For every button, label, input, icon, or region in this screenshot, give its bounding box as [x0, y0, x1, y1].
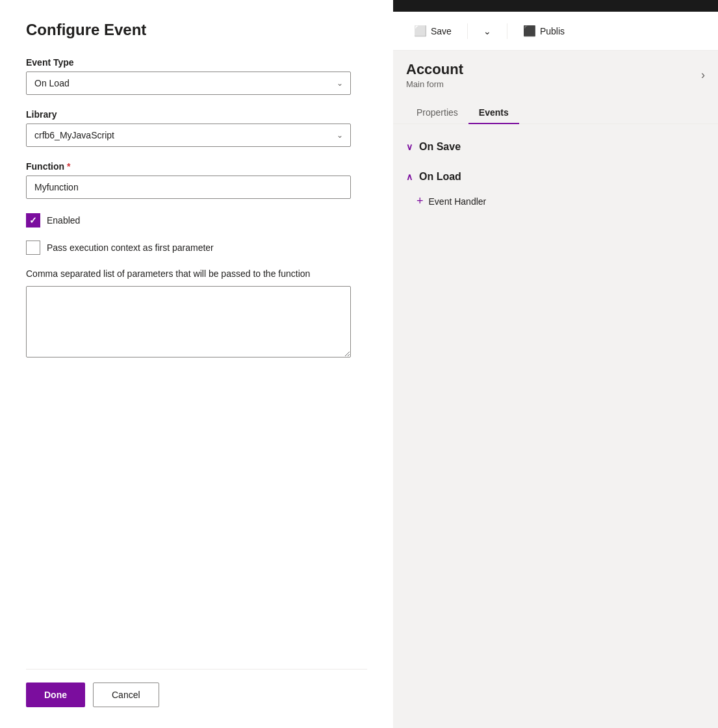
account-subtitle: Main form	[406, 79, 463, 89]
event-type-select[interactable]: On Load On Save On Change	[26, 72, 351, 95]
pass-context-label: Pass execution context as first paramete…	[47, 242, 214, 253]
on-save-title: On Save	[419, 141, 461, 153]
expand-chevron-icon[interactable]: ›	[701, 68, 705, 82]
configure-event-dialog: Configure Event Event Type On Load On Sa…	[0, 0, 393, 728]
dialog-title: Configure Event	[26, 21, 367, 39]
params-description: Comma separated list of parameters that …	[26, 268, 367, 281]
library-select[interactable]: crfb6_MyJavaScript	[26, 124, 351, 147]
function-label: Function *	[26, 161, 367, 172]
function-input[interactable]	[26, 176, 351, 199]
function-group: Function *	[26, 161, 367, 199]
required-indicator: *	[67, 161, 70, 172]
account-title-row: Account Main form ›	[406, 61, 705, 89]
publish-button[interactable]: ⬛ Publis	[515, 21, 572, 41]
event-type-group: Event Type On Load On Save On Change ⌄	[26, 57, 367, 95]
dropdown-chevron-icon: ⌄	[483, 26, 491, 36]
checkmark-icon: ✓	[29, 215, 37, 226]
on-load-header[interactable]: ∧ On Load	[406, 164, 705, 189]
on-load-collapse-icon: ∧	[406, 172, 413, 182]
params-group: Comma separated list of parameters that …	[26, 268, 367, 360]
add-event-handler-icon: +	[417, 194, 424, 208]
toolbar-divider-2	[507, 23, 507, 39]
tabs-container: Properties Events	[393, 94, 718, 124]
cancel-button[interactable]: Cancel	[93, 682, 159, 707]
app-header-bar	[393, 0, 718, 12]
toolbar-divider	[467, 23, 468, 39]
pass-context-checkbox[interactable]	[26, 240, 40, 255]
event-handler-label: Event Handler	[429, 196, 487, 207]
enabled-label: Enabled	[47, 215, 80, 226]
library-label: Library	[26, 109, 367, 120]
account-name: Account	[406, 61, 463, 78]
tab-properties[interactable]: Properties	[406, 102, 468, 124]
enabled-checkbox[interactable]: ✓	[26, 213, 40, 228]
library-group: Library crfb6_MyJavaScript ⌄	[26, 109, 367, 147]
on-load-section: ∧ On Load + Event Handler	[406, 164, 705, 213]
tab-events[interactable]: Events	[468, 102, 519, 124]
save-label: Save	[431, 26, 452, 36]
add-event-handler-row[interactable]: + Event Handler	[406, 189, 705, 213]
publish-label: Publis	[540, 26, 565, 36]
on-load-title: On Load	[419, 171, 461, 183]
on-save-collapse-icon: ∨	[406, 142, 413, 152]
events-panel: ∨ On Save ∧ On Load + Event Handler	[393, 124, 718, 229]
params-textarea[interactable]	[26, 286, 351, 358]
dialog-footer: Done Cancel	[26, 669, 367, 707]
enabled-group: ✓ Enabled	[26, 213, 367, 228]
event-type-select-wrapper: On Load On Save On Change ⌄	[26, 72, 351, 95]
library-select-wrapper: crfb6_MyJavaScript ⌄	[26, 124, 351, 147]
done-button[interactable]: Done	[26, 682, 85, 707]
on-save-header[interactable]: ∨ On Save	[406, 135, 705, 159]
event-type-label: Event Type	[26, 57, 367, 68]
publish-icon: ⬛	[523, 25, 536, 37]
on-save-section: ∨ On Save	[406, 135, 705, 159]
save-icon: ⬜	[414, 25, 427, 37]
right-panel: ⬜ Save ⌄ ⬛ Publis Account Main form › Pr…	[393, 0, 718, 728]
pass-context-group: Pass execution context as first paramete…	[26, 240, 367, 255]
dropdown-button[interactable]: ⌄	[476, 22, 499, 40]
dialog-content: Configure Event Event Type On Load On Sa…	[0, 0, 393, 728]
toolbar: ⬜ Save ⌄ ⬛ Publis	[393, 12, 718, 51]
account-header: Account Main form ›	[393, 51, 718, 89]
save-button[interactable]: ⬜ Save	[406, 21, 459, 41]
